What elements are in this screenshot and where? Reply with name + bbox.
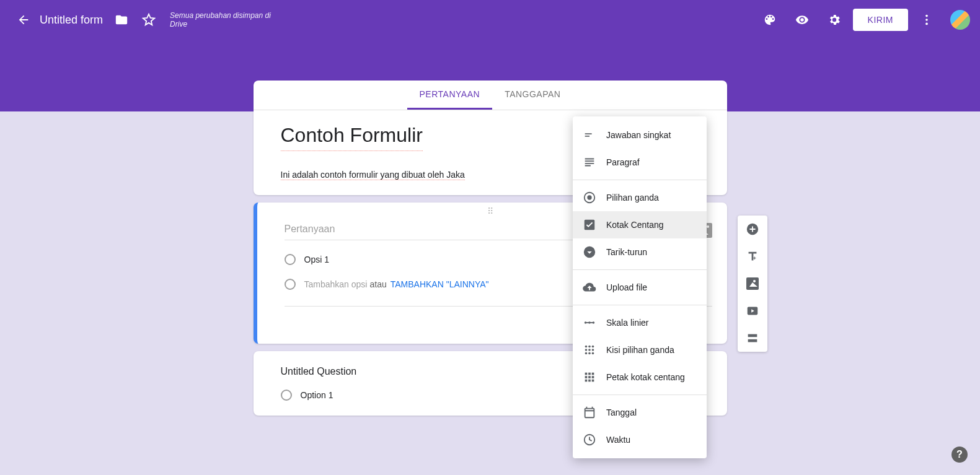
type-grid-checkbox[interactable]: Petak kotak centang: [573, 364, 707, 391]
cloud-upload-icon: [583, 281, 596, 294]
add-section-icon[interactable]: [745, 331, 760, 346]
paragraph-icon: [583, 155, 596, 169]
linear-scale-icon: [583, 316, 596, 329]
type-multiple-choice[interactable]: Pilihan ganda: [573, 184, 707, 211]
svg-rect-19: [585, 373, 588, 375]
palette-icon[interactable]: [756, 6, 784, 33]
calendar-icon: [583, 406, 596, 419]
settings-icon[interactable]: [821, 6, 848, 33]
grid-dots-icon: [583, 343, 596, 357]
svg-rect-32: [748, 339, 757, 342]
add-video-icon[interactable]: [745, 303, 760, 318]
svg-rect-24: [592, 376, 594, 378]
add-title-icon[interactable]: [745, 249, 760, 264]
radio-checked-icon: [583, 191, 596, 204]
radio-icon: [281, 390, 292, 401]
svg-point-1: [925, 19, 928, 21]
type-dropdown[interactable]: Tarik-turun: [573, 238, 707, 266]
save-status: Semua perubahan disimpan di Drive: [170, 11, 275, 28]
send-button[interactable]: KIRIM: [853, 9, 908, 31]
user-avatar[interactable]: [950, 10, 970, 30]
type-file-upload[interactable]: Upload file: [573, 274, 707, 301]
or-text: atau: [369, 279, 386, 289]
add-option-button[interactable]: Tambahkan opsi: [304, 279, 368, 289]
form-title-input[interactable]: Contoh Formulir: [281, 124, 423, 151]
type-checkboxes[interactable]: Kotak Centang: [573, 211, 707, 238]
add-other-button[interactable]: TAMBAHKAN "LAINNYA": [391, 279, 489, 289]
svg-point-4: [587, 195, 591, 199]
checkbox-icon: [583, 218, 596, 232]
svg-point-10: [585, 346, 588, 348]
svg-point-2: [925, 23, 928, 25]
type-short-answer[interactable]: Jawaban singkat: [573, 121, 707, 149]
question-type-menu: Jawaban singkat Paragraf Pilihan ganda K…: [573, 116, 707, 458]
svg-point-15: [592, 349, 594, 351]
form-title[interactable]: Untitled form: [40, 14, 103, 27]
svg-point-18: [592, 352, 594, 355]
svg-point-0: [925, 15, 928, 17]
svg-rect-31: [748, 334, 757, 338]
back-arrow-icon[interactable]: [10, 6, 37, 33]
floating-toolbar: [738, 216, 767, 352]
add-image-icon[interactable]: [745, 276, 760, 291]
svg-rect-20: [588, 373, 591, 375]
radio-icon: [285, 254, 296, 265]
svg-rect-26: [588, 380, 591, 382]
folder-icon[interactable]: [108, 6, 135, 33]
option-label[interactable]: Option 1: [301, 390, 333, 400]
svg-point-13: [585, 349, 588, 351]
star-icon[interactable]: [135, 6, 162, 33]
type-grid-choice[interactable]: Kisi pilihan ganda: [573, 336, 707, 364]
svg-point-11: [588, 346, 591, 348]
type-paragraph[interactable]: Paragraf: [573, 149, 707, 176]
grid-squares-icon: [583, 370, 596, 384]
help-icon[interactable]: ?: [951, 447, 968, 463]
tab-questions[interactable]: PERTANYAAN: [407, 81, 493, 110]
add-question-icon[interactable]: [745, 222, 760, 237]
type-time[interactable]: Waktu: [573, 426, 707, 453]
app-header: Untitled form Semua perubahan disimpan d…: [0, 0, 980, 40]
clock-icon: [583, 433, 596, 447]
svg-point-17: [588, 352, 591, 355]
svg-rect-27: [592, 380, 594, 382]
form-description-input[interactable]: Ini adalah contoh formulir yang dibuat o…: [281, 170, 465, 180]
svg-point-12: [592, 346, 594, 348]
svg-rect-23: [588, 376, 591, 378]
svg-point-14: [588, 349, 591, 351]
option-label[interactable]: Opsi 1: [304, 255, 329, 264]
type-linear-scale[interactable]: Skala linier: [573, 309, 707, 336]
short-answer-icon: [583, 128, 596, 142]
svg-point-16: [585, 352, 588, 355]
preview-icon[interactable]: [788, 6, 816, 33]
type-date[interactable]: Tanggal: [573, 399, 707, 426]
svg-rect-25: [585, 380, 588, 382]
svg-rect-21: [592, 373, 594, 375]
more-icon[interactable]: [913, 6, 940, 33]
tab-responses[interactable]: TANGGAPAN: [492, 81, 573, 110]
svg-rect-22: [585, 376, 588, 378]
dropdown-icon: [583, 245, 596, 259]
radio-icon: [285, 279, 296, 290]
